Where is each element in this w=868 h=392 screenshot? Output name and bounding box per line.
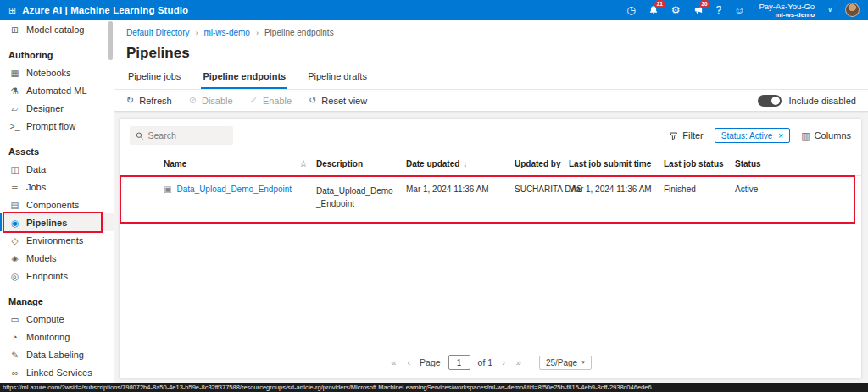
workspace-name: ml-ws-demo (759, 11, 815, 19)
sidebar-item-prompt-flow[interactable]: >_Prompt flow (0, 117, 114, 135)
column-header-updated-by[interactable]: Updated by (515, 159, 569, 168)
sidebar-item-environments[interactable]: ◇Environments (0, 231, 114, 249)
sidebar-item-label: Data Labeling (26, 350, 84, 360)
filter-button[interactable]: Filter (669, 130, 703, 141)
avatar[interactable] (845, 3, 860, 17)
breadcrumb-item-default-directory[interactable]: Default Directory (126, 28, 189, 37)
search-input[interactable] (148, 130, 227, 141)
disable-button[interactable]: ⊘Disable (189, 95, 233, 106)
column-header-name[interactable]: Name (164, 159, 299, 168)
sidebar-item-notebooks[interactable]: ▦Notebooks (0, 63, 114, 81)
pipelines-icon: ◉ (9, 218, 20, 228)
feedback-badge: 20 (699, 0, 710, 8)
app-title: Azure AI | Machine Learning Studio (22, 5, 188, 15)
first-page-icon[interactable]: « (389, 357, 398, 367)
smiley-feedback-icon[interactable]: ☺ (734, 5, 744, 15)
status-filter-chip[interactable]: Status: Active × (715, 128, 790, 143)
subscription-name: Pay-As-You-Go (759, 2, 815, 11)
data-labeling-icon: ✎ (9, 350, 20, 360)
annotation-box-table-row (120, 175, 855, 224)
sidebar-item-label: Monitoring (26, 332, 70, 342)
column-header-last-job-submit-time[interactable]: Last job submit time (569, 159, 664, 168)
sidebar-item-automated-ml[interactable]: ⚗Automated ML (0, 81, 114, 99)
status-filter-label: Status: Active (721, 131, 773, 141)
settings-gear-icon[interactable]: ⚙ (671, 5, 681, 15)
chevron-down-icon: ▾ (581, 359, 585, 366)
page-title: Pipelines (126, 45, 856, 62)
sidebar-item-jobs[interactable]: ≣Jobs (0, 178, 114, 196)
sidebar-scrollbar[interactable] (108, 21, 113, 60)
page-label: Page (420, 357, 441, 367)
clock-icon[interactable]: ◷ (626, 5, 635, 15)
column-header-date-updated[interactable]: Date updated↓ (406, 159, 515, 168)
enable-icon: ✓ (250, 95, 258, 106)
notifications-bell-icon[interactable]: 21 (648, 5, 659, 15)
sidebar-item-data-labeling[interactable]: ✎Data Labeling (0, 345, 114, 363)
columns-button[interactable]: ▥ Columns (801, 130, 851, 141)
sidebar-item-compute[interactable]: ▭Compute (0, 310, 114, 328)
sidebar-item-model-catalog[interactable]: ⊞Model catalog (0, 20, 114, 38)
page-number-input[interactable] (448, 355, 470, 370)
column-header-status[interactable]: Status (735, 159, 861, 168)
data-icon: ◫ (9, 164, 20, 174)
reset-view-button[interactable]: ↺Reset view (309, 95, 367, 106)
prompt-flow-icon: >_ (9, 121, 20, 131)
column-header-description[interactable]: Description (316, 159, 406, 168)
toolbar-button-label: Enable (263, 96, 292, 106)
column-header-last-job-status[interactable]: Last job status (664, 159, 735, 168)
main-content: Default Directory›ml-ws-demo›Pipeline en… (114, 20, 868, 383)
tab-bar: Pipeline jobsPipeline endpointsPipeline … (126, 71, 856, 89)
pipeline-endpoint-link[interactable]: Data_Upload_Demo_Endpoint (176, 185, 292, 194)
row-description: Data_Upload_Demo_Endpoint (316, 185, 406, 210)
breadcrumb-item-pipeline-endpoints: Pipeline endpoints (264, 28, 334, 37)
help-icon[interactable]: ? (716, 5, 722, 15)
account-menu[interactable]: Pay-As-You-Go ml-ws-demo (759, 2, 815, 19)
row-updated-by: SUCHARITA DAS (515, 185, 569, 194)
models-icon: ◈ (9, 253, 20, 263)
chevron-down-icon[interactable]: ∨ (827, 6, 832, 14)
row-status: Active (735, 185, 861, 194)
table-row[interactable]: ▣Data_Upload_Demo_EndpointData_Upload_De… (120, 176, 861, 224)
search-box[interactable] (130, 126, 233, 145)
sidebar-item-label: Designer (26, 103, 64, 113)
sidebar-item-label: Data (26, 164, 46, 174)
automated-ml-icon: ⚗ (9, 86, 20, 96)
table-header-row: Name☆DescriptionDate updated↓Updated byL… (120, 152, 861, 176)
sidebar-item-monitoring[interactable]: ◔Monitoring (0, 328, 114, 345)
azure-ml-studio-window: ⊞ Azure AI | Machine Learning Studio ◷ 2… (0, 0, 868, 392)
filter-row: Filter Status: Active × ▥ Columns (120, 119, 861, 152)
sidebar-item-endpoints[interactable]: ◎Endpoints (0, 267, 114, 284)
tab-pipeline-jobs[interactable]: Pipeline jobs (126, 71, 182, 89)
tab-pipeline-drafts[interactable]: Pipeline drafts (306, 71, 369, 89)
include-disabled-label: Include disabled (788, 96, 856, 106)
sidebar-item-models[interactable]: ◈Models (0, 249, 114, 267)
sidebar-item-designer[interactable]: ▱Designer (0, 99, 114, 117)
columns-icon: ▥ (801, 130, 810, 141)
refresh-icon: ↻ (126, 95, 134, 106)
sidebar-item-linked-services[interactable]: ∞Linked Services (0, 363, 114, 381)
top-bar: ⊞ Azure AI | Machine Learning Studio ◷ 2… (0, 0, 868, 20)
column-header-favorite[interactable]: ☆ (299, 158, 316, 169)
remove-filter-icon[interactable]: × (778, 131, 783, 141)
page-size-select[interactable]: 25/Page ▾ (539, 356, 592, 370)
tab-pipeline-endpoints[interactable]: Pipeline endpoints (201, 71, 287, 89)
enable-button[interactable]: ✓Enable (250, 95, 292, 106)
include-disabled-toggle[interactable] (758, 95, 782, 107)
row-name-cell: ▣Data_Upload_Demo_Endpoint (164, 185, 299, 194)
feedback-megaphone-icon[interactable]: 20 (693, 5, 704, 15)
sidebar-item-pipelines[interactable]: ◉Pipelines (0, 213, 114, 231)
toolbar-button-label: Refresh (139, 96, 172, 106)
sidebar-item-components[interactable]: ▤Components (0, 196, 114, 213)
next-page-icon[interactable]: › (500, 357, 507, 367)
toggle-knob (771, 97, 780, 105)
breadcrumb-item-ml-ws-demo[interactable]: ml-ws-demo (203, 28, 249, 37)
sidebar-nav-list: ⊞Model catalogAuthoring▦Notebooks⚗Automa… (0, 20, 114, 381)
page-size-value: 25/Page (546, 358, 577, 367)
previous-page-icon[interactable]: ‹ (405, 357, 412, 367)
last-page-icon[interactable]: » (515, 357, 523, 367)
sidebar-item-label: Models (26, 253, 56, 263)
filter-label: Filter (682, 130, 703, 141)
refresh-button[interactable]: ↻Refresh (126, 95, 172, 106)
monitoring-icon: ◔ (9, 332, 20, 342)
sidebar-item-data[interactable]: ◫Data (0, 160, 114, 178)
